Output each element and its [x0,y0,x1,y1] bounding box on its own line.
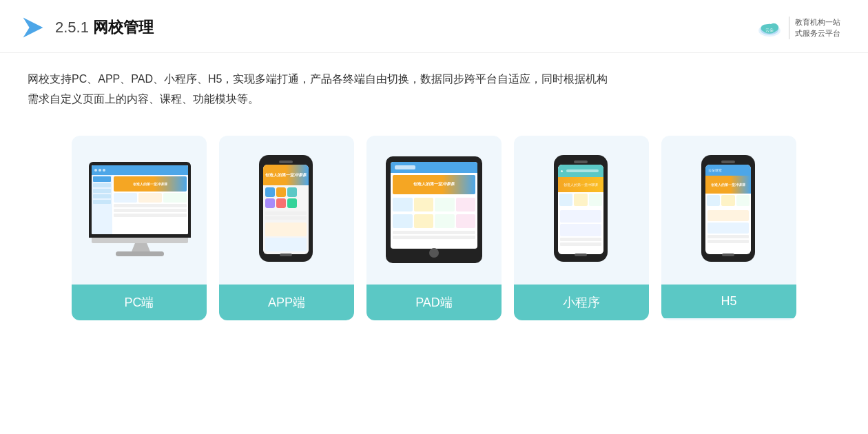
header-left: 2.5.1 网校管理 [21,15,154,40]
pc-label-wrap: PC端 [72,285,207,320]
pc-screen-inner: 创造人的第一堂冲课课 [92,165,188,234]
card-h5: 云朵课堂 创造人的第一堂冲课课 [661,136,796,320]
svg-marker-0 [23,18,43,38]
app-phone-mockup: 创造人的第一堂冲课课 [259,155,314,265]
app-screen-content: 创造人的第一堂冲课课 [263,165,309,254]
pc-screen-outer: 创造人的第一堂冲课课 [89,162,191,238]
pad-label: PAD端 [415,296,453,309]
pad-tablet-screen: 创造人的第一堂冲课课 [391,162,477,249]
mp-device: 创造人的第一堂冲课课 [526,148,637,272]
app-phone-screen: 创造人的第一堂冲课课 [263,165,309,254]
h5-phone-mockup: 云朵课堂 创造人的第一堂冲课课 [701,155,756,265]
mp-phone-mockup: 创造人的第一堂冲课课 [554,155,609,265]
brand-tagline: 教育机构一站 式服务云平台 [789,17,840,39]
mp-label-wrap: 小程序 [514,285,649,320]
card-miniprogram: 创造人的第一堂冲课课 [514,136,649,320]
h5-label-wrap: H5 [661,285,796,318]
cards-container: 创造人的第一堂冲课课 [0,116,868,334]
mp-phone-outer: 创造人的第一堂冲课课 [554,155,608,262]
page: 2.5.1 网校管理 云朵 教育机构一站 式服务云平台 [0,0,868,434]
h5-phone-screen: 云朵课堂 创造人的第一堂冲课课 [705,165,751,254]
pc-screen-content: 创造人的第一堂冲课课 [92,165,188,234]
pad-tablet-outer: 创造人的第一堂冲课课 [386,156,482,263]
pad-label-wrap: PAD端 [366,285,502,320]
app-device: 创造人的第一堂冲课课 [231,148,342,272]
h5-phone-outer: 云朵课堂 创造人的第一堂冲课课 [701,155,755,262]
pad-header [391,162,477,173]
pad-device: 创造人的第一堂冲课课 [379,148,489,272]
mp-screen-content: 创造人的第一堂冲课课 [558,165,603,254]
logo-arrow-icon [21,15,45,40]
pc-mockup: 创造人的第一堂冲课课 [86,162,193,272]
mp-phone-screen: 创造人的第一堂冲课课 [558,165,603,254]
svg-text:云朵: 云朵 [765,28,774,32]
h5-device: 云朵课堂 创造人的第一堂冲课课 [674,148,784,272]
header-right: 云朵 教育机构一站 式服务云平台 [754,12,840,43]
pad-screen-content: 创造人的第一堂冲课课 [391,162,477,249]
mp-nav [558,165,603,177]
h5-screen-content: 云朵课堂 创造人的第一堂冲课课 [705,165,751,254]
description-section: 网校支持PC、APP、PAD、小程序、H5，实现多端打通，产品各终端自由切换，数… [0,53,868,116]
card-pad: 创造人的第一堂冲课课 [366,136,502,320]
app-label: APP端 [268,296,305,309]
header: 2.5.1 网校管理 云朵 教育机构一站 式服务云平台 [0,0,868,53]
app-label-wrap: APP端 [219,285,354,320]
card-app: 创造人的第一堂冲课课 [219,136,354,320]
page-title: 2.5.1 网校管理 [55,17,154,38]
pc-label: PC端 [124,296,154,309]
pc-device: 创造人的第一堂冲课课 [84,148,194,272]
brand-cloud-icon: 云朵 [754,12,785,43]
description-line1: 网校支持PC、APP、PAD、小程序、H5，实现多端打通，产品各终端自由切换，数… [28,70,840,90]
description-line2: 需求自定义页面上的内容、课程、功能模块等。 [28,90,840,110]
pad-tablet-mockup: 创造人的第一堂冲课课 [386,156,482,263]
card-pc: 创造人的第一堂冲课课 [72,136,207,320]
mp-label: 小程序 [563,296,600,309]
brand-logo: 云朵 教育机构一站 式服务云平台 [754,12,840,43]
h5-label: H5 [721,294,736,308]
pc-screen-header [92,165,188,175]
app-phone-outer: 创造人的第一堂冲课课 [259,155,313,262]
